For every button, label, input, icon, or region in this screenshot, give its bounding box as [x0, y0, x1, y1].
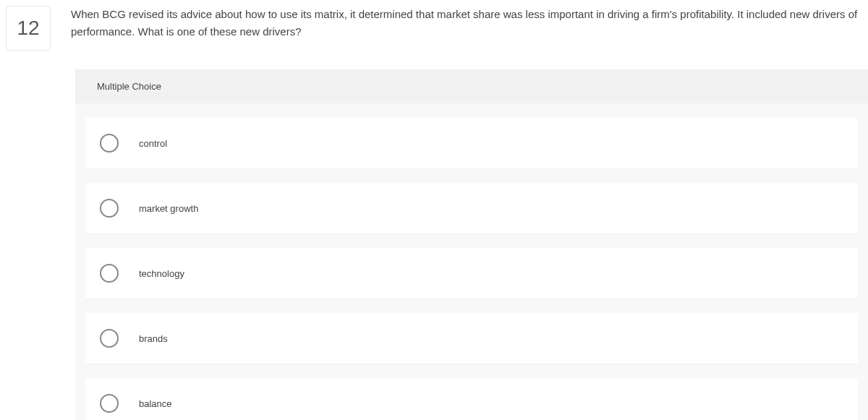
question-text: When BCG revised its advice about how to… [71, 6, 868, 40]
radio-icon [100, 329, 119, 348]
option-label: balance [139, 398, 172, 409]
option-brands[interactable]: brands [85, 313, 858, 364]
question-number-badge: 12 [6, 6, 51, 51]
option-label: control [139, 138, 167, 149]
question-type-header: Multiple Choice [75, 69, 868, 103]
radio-icon [100, 264, 119, 283]
option-label: brands [139, 333, 168, 344]
option-control[interactable]: control [85, 118, 858, 168]
radio-icon [100, 199, 119, 218]
option-market-growth[interactable]: market growth [85, 183, 858, 233]
option-label: technology [139, 268, 184, 279]
options-list: control market growth technology brands [75, 103, 868, 420]
option-balance[interactable]: balance [85, 378, 858, 420]
radio-icon [100, 134, 119, 153]
radio-icon [100, 394, 119, 413]
question-number: 12 [17, 17, 39, 40]
option-technology[interactable]: technology [85, 248, 858, 299]
option-label: market growth [139, 203, 198, 214]
